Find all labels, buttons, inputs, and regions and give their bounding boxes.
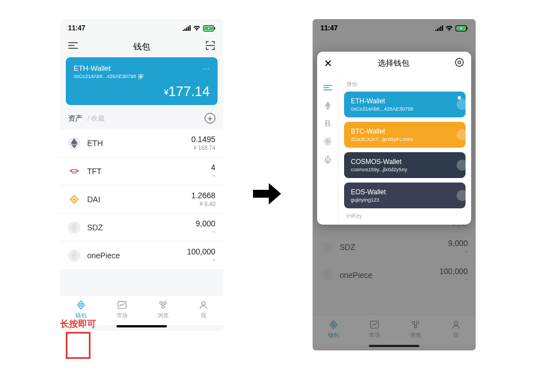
svg-point-9 xyxy=(79,304,82,307)
select-wallet-sheet: ✕ 选择钱包 B 身份 ETH-Wallet 0xCc214Ab6...4 xyxy=(317,52,471,225)
asset-row[interactable]: DAI 1.2668¥ 8.40 xyxy=(60,185,223,213)
svg-point-8 xyxy=(72,170,76,171)
sidebar-identity-icon[interactable] xyxy=(323,83,333,93)
asset-amount: 1.2668 xyxy=(191,191,215,200)
dai-token-icon xyxy=(68,193,80,206)
scan-icon[interactable] xyxy=(205,40,215,53)
wallet-name: BTC-Wallet xyxy=(351,127,459,135)
close-button[interactable]: ✕ xyxy=(324,58,332,69)
wallet-section-label: 身份 xyxy=(346,80,466,88)
tab-wallet[interactable]: 钱包 xyxy=(75,300,87,320)
instruction-text: 长按即可 xyxy=(60,318,96,330)
profile-tab-icon xyxy=(198,300,209,310)
wallet-name: ETH-Wallet xyxy=(74,64,111,72)
svg-point-11 xyxy=(160,302,162,304)
sidebar-cosmos-icon[interactable] xyxy=(323,136,333,147)
svg-point-14 xyxy=(201,302,205,305)
wallet-tab-icon xyxy=(76,300,86,310)
asset-symbol: DAI xyxy=(87,195,191,204)
asset-row[interactable]: ETH 0.1495¥ 168.74 xyxy=(60,129,223,157)
asset-symbol: TFT xyxy=(87,167,211,176)
wallet-type-sidebar: B xyxy=(317,75,338,225)
asset-row[interactable]: TFT 4~ xyxy=(60,157,223,185)
wallet-section-imkey: imKey xyxy=(346,213,466,219)
wallet-address: 31ia3CXJsY...gvxBpFLmmx xyxy=(351,136,459,142)
eth-token-icon xyxy=(68,137,80,149)
signal-icon xyxy=(435,25,443,31)
asset-tabs: 资产 / 收藏 + xyxy=(60,105,223,127)
sidebar-eos-icon[interactable] xyxy=(323,154,333,165)
svg-rect-6 xyxy=(141,77,142,78)
svg-point-13 xyxy=(161,306,164,308)
svg-point-12 xyxy=(164,302,166,304)
wallet-name: EOS-Wallet xyxy=(351,188,459,196)
asset-value: ¥ 168.74 xyxy=(191,145,215,151)
sidebar-eth-icon[interactable] xyxy=(323,101,333,111)
generic-token-icon xyxy=(68,249,80,262)
status-time: 11:47 xyxy=(68,24,85,32)
qr-mini-icon[interactable] xyxy=(138,74,143,79)
wallet-address: 0xCc214Ab6...426AE30798 xyxy=(351,106,459,112)
svg-rect-5 xyxy=(138,77,141,79)
battery-icon xyxy=(203,25,215,31)
asset-value: ~ xyxy=(211,173,215,179)
status-icons xyxy=(435,25,468,31)
signal-icon xyxy=(183,25,191,31)
tab-browse[interactable]: 浏览 xyxy=(157,300,169,320)
status-icons xyxy=(183,25,215,31)
add-asset-button[interactable]: + xyxy=(205,113,215,124)
asset-value: ~ xyxy=(187,257,215,263)
wallet-address: 0xCc214Ab6...426AE30798 xyxy=(74,74,136,79)
currency-symbol: ¥ xyxy=(164,88,169,97)
asset-value: ~ xyxy=(196,229,215,235)
svg-point-28 xyxy=(458,61,461,64)
battery-icon xyxy=(455,25,468,31)
settings-button[interactable] xyxy=(454,57,464,69)
asset-amount: 100,000 xyxy=(187,247,215,256)
assets-tab[interactable]: 资产 xyxy=(68,114,83,122)
favorites-tab[interactable]: / 收藏 xyxy=(87,115,105,122)
wallet-name: ETH-Wallet xyxy=(351,97,459,105)
svg-rect-26 xyxy=(467,27,468,29)
sheet-header: ✕ 选择钱包 xyxy=(317,52,471,75)
wallet-address: gujinying123 xyxy=(351,197,459,203)
wallet-list: 身份 ETH-Wallet 0xCc214Ab6...426AE30798 BT… xyxy=(338,75,471,225)
balance-card[interactable]: ETH-Wallet ··· 0xCc214Ab6...426AE30798 ¥… xyxy=(66,57,218,105)
wifi-icon xyxy=(445,25,453,31)
asset-row[interactable]: onePiece 100,000~ xyxy=(60,241,223,269)
tab-label: 浏览 xyxy=(157,312,169,320)
svg-point-29 xyxy=(327,141,328,143)
wifi-icon xyxy=(193,25,201,31)
home-indicator[interactable] xyxy=(116,325,167,327)
sidebar-btc-icon[interactable]: B xyxy=(323,118,333,129)
balance-amount: 177.14 xyxy=(169,84,210,99)
asset-amount: 0.1495 xyxy=(191,135,215,144)
asset-amount: 9,000 xyxy=(196,219,215,228)
generic-token-icon xyxy=(68,221,80,234)
svg-rect-2 xyxy=(214,27,215,29)
highlight-box xyxy=(66,332,91,359)
wallet-address: cosmos159y...jlx0d2y5ny xyxy=(351,167,459,172)
tab-market[interactable]: 市场 xyxy=(116,300,128,320)
svg-rect-4 xyxy=(141,74,143,76)
asset-row[interactable]: SDZ 9,000~ xyxy=(60,213,223,241)
tab-me[interactable]: 我 xyxy=(198,300,209,320)
asset-value: ¥ 8.40 xyxy=(191,201,215,207)
phone-screen-select-wallet: 11:47 ¥ 8.40 SDZ 9,000~ onePiece 100,000… xyxy=(313,19,476,350)
wallet-card-eth[interactable]: ETH-Wallet 0xCc214Ab6...426AE30798 xyxy=(344,92,466,117)
asset-symbol: onePiece xyxy=(87,251,187,260)
asset-symbol: SDZ xyxy=(87,223,196,232)
wallet-card-eos[interactable]: EOS-Wallet gujinying123 xyxy=(344,183,466,208)
svg-rect-3 xyxy=(138,74,141,76)
card-more-icon[interactable]: ··· xyxy=(202,64,210,72)
tab-label: 我 xyxy=(201,312,206,320)
market-tab-icon xyxy=(117,300,127,310)
arrow-icon xyxy=(253,180,281,208)
wallet-card-btc[interactable]: BTC-Wallet 31ia3CXJsY...gvxBpFLmmx xyxy=(344,122,466,148)
status-time: 11:47 xyxy=(320,24,338,32)
wallet-card-cosmos[interactable]: COSMOS-Wallet cosmos159y...jlx0d2y5ny xyxy=(344,152,466,178)
phone-screen-main: 11:47 钱包 ETH-Wallet ··· 0xCc214Ab6...426… xyxy=(60,19,223,331)
browse-tab-icon xyxy=(158,300,168,310)
menu-icon[interactable] xyxy=(68,42,78,52)
status-bar: 11:47 xyxy=(60,19,223,37)
